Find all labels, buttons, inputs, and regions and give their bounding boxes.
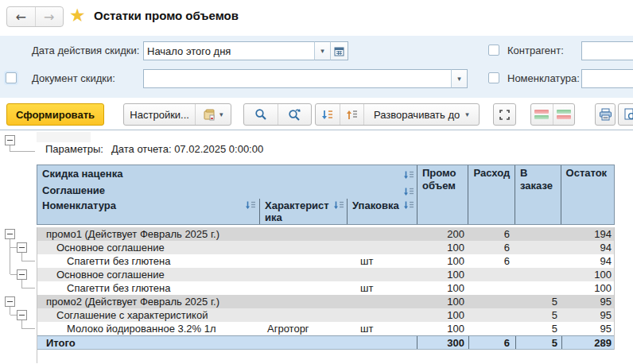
row-label: промо1 (Действует Февраль 2025 г.) bbox=[37, 227, 259, 241]
date-filter-label: Дата действия скидки: bbox=[32, 41, 139, 60]
parameters-value: Дата отчета: 07.02.2025 0:00:00 bbox=[111, 142, 263, 157]
search-next-icon bbox=[288, 108, 301, 121]
row-promo: 100 bbox=[417, 268, 468, 281]
row-promo: 300 bbox=[417, 336, 468, 349]
report-variant-icon bbox=[204, 109, 216, 121]
expand-groups-button[interactable] bbox=[340, 104, 363, 125]
header-characteristic-label: Характеристика bbox=[265, 199, 329, 223]
tree-line bbox=[21, 288, 35, 288]
document-filter-label: Документ скидки: bbox=[32, 69, 115, 88]
header-characteristic: Характеристика bbox=[259, 199, 347, 224]
tree-expander-report[interactable] bbox=[5, 135, 15, 145]
date-filter-input[interactable] bbox=[143, 41, 315, 60]
document-checkbox[interactable] bbox=[6, 72, 17, 83]
toolbar-separator bbox=[0, 130, 633, 130]
row-remainder: 100 bbox=[561, 281, 616, 295]
row-remainder: 94 bbox=[561, 241, 616, 254]
date-calendar-button[interactable] bbox=[330, 41, 348, 60]
row-characteristic bbox=[259, 336, 347, 349]
printer-icon bbox=[599, 108, 612, 121]
tree-expander-promo1[interactable] bbox=[5, 229, 15, 239]
row-remainder: 194 bbox=[561, 227, 616, 241]
row-characteristic: Агроторг bbox=[259, 322, 347, 335]
header-group2: Соглашение bbox=[37, 182, 417, 199]
tree-expander-promo2[interactable] bbox=[5, 296, 15, 307]
row-characteristic bbox=[259, 295, 347, 308]
report-row-group[interactable]: промо2 (Действует Февраль 2025 г.) 100 5… bbox=[37, 295, 614, 308]
row-package bbox=[347, 308, 417, 322]
header-nomenclature-label: Номенклатура bbox=[42, 199, 116, 211]
tree-expander-agreement3[interactable] bbox=[17, 310, 27, 320]
generate-button[interactable]: Сформировать bbox=[6, 103, 104, 126]
tree-line bbox=[10, 247, 17, 248]
expand-to-button[interactable]: Разворачивать до ▾ bbox=[363, 104, 479, 125]
tree-line bbox=[21, 261, 35, 261]
row-label: Основное соглашение bbox=[37, 241, 259, 254]
sort-icon[interactable] bbox=[333, 200, 344, 213]
nomenclature-label: Номенклатура: bbox=[507, 69, 580, 88]
print-button[interactable] bbox=[595, 103, 616, 126]
positive-green-button[interactable] bbox=[553, 104, 574, 125]
row-package bbox=[347, 336, 417, 349]
fullscreen-button[interactable] bbox=[493, 103, 516, 126]
search-next-button[interactable] bbox=[278, 104, 311, 125]
back-button[interactable]: ← bbox=[7, 7, 36, 26]
header-promo-volume: Промо объем bbox=[417, 165, 468, 224]
tree-expander-agreement1[interactable] bbox=[17, 242, 27, 253]
row-characteristic bbox=[259, 254, 347, 268]
search-button[interactable] bbox=[244, 104, 278, 125]
report-row-item[interactable]: Молоко йодированное 3.2% 1л Агроторг шт … bbox=[37, 322, 614, 335]
report-row-item[interactable]: Спагетти без глютена шт 100 6 94 bbox=[37, 254, 614, 268]
nomenclature-checkbox[interactable] bbox=[488, 72, 499, 83]
negative-red-button[interactable] bbox=[531, 104, 553, 125]
collapse-groups-button[interactable] bbox=[316, 104, 340, 125]
row-characteristic bbox=[259, 227, 347, 241]
forward-arrow-icon: → bbox=[44, 10, 54, 25]
settings-group: Настройки... ▾ bbox=[123, 103, 231, 126]
counterparty-input[interactable] bbox=[581, 41, 633, 60]
report-row-item[interactable]: Спагетти без глютена шт 100 100 bbox=[37, 281, 614, 295]
tree-line bbox=[10, 239, 10, 274]
row-remainder: 94 bbox=[561, 254, 616, 268]
red-green-bars-icon bbox=[534, 108, 549, 121]
chevron-down-icon: ▾ bbox=[219, 111, 223, 118]
nomenclature-input[interactable] bbox=[581, 69, 633, 88]
sort-icon[interactable] bbox=[403, 200, 414, 213]
document-dropdown-button[interactable]: ▾ bbox=[451, 69, 468, 88]
tree-line bbox=[21, 253, 22, 261]
row-package bbox=[347, 295, 417, 308]
report-row-group[interactable]: Основное соглашение 100 100 bbox=[37, 268, 614, 281]
report-row-group[interactable]: Соглашение с характеристикой 100 5 95 bbox=[37, 308, 614, 322]
row-expense: 6 bbox=[468, 241, 515, 254]
row-promo: 200 bbox=[417, 227, 468, 241]
header-remainder: Остаток bbox=[561, 165, 614, 224]
date-dropdown-button[interactable]: ▾ bbox=[314, 41, 331, 60]
document-filter-input[interactable] bbox=[143, 69, 452, 88]
row-expense bbox=[468, 308, 515, 322]
row-promo: 100 bbox=[417, 241, 468, 254]
favorite-star-icon[interactable]: ★ bbox=[69, 5, 86, 25]
report-row-group[interactable]: Основное соглашение 100 6 94 bbox=[37, 241, 614, 254]
row-expense: 6 bbox=[468, 227, 515, 241]
header-package-label: Упаковка bbox=[352, 199, 399, 211]
counterparty-label: Контрагент: bbox=[507, 41, 564, 60]
collapsed-cell bbox=[37, 132, 91, 142]
forward-button[interactable]: → bbox=[36, 7, 64, 26]
report-row-total[interactable]: Итого 300 6 5 289 bbox=[37, 335, 614, 350]
table-left-border bbox=[37, 350, 37, 363]
report-variants-button[interactable]: ▾ bbox=[195, 104, 231, 125]
tree-expander-agreement2[interactable] bbox=[17, 269, 27, 280]
print-preview-button[interactable] bbox=[618, 103, 633, 126]
row-in-order bbox=[515, 227, 561, 241]
row-label: промо2 (Действует Февраль 2025 г.) bbox=[37, 295, 259, 308]
settings-button[interactable]: Настройки... bbox=[124, 104, 195, 125]
row-remainder: 95 bbox=[561, 295, 616, 308]
sort-icon[interactable] bbox=[245, 200, 256, 213]
row-in-order bbox=[515, 254, 561, 268]
report-row-group[interactable]: промо1 (Действует Февраль 2025 г.) 200 6… bbox=[37, 227, 614, 241]
counterparty-checkbox[interactable] bbox=[488, 45, 499, 56]
header-nomenclature: Номенклатура bbox=[37, 199, 259, 224]
row-promo: 100 bbox=[417, 295, 468, 308]
row-promo: 100 bbox=[417, 281, 468, 295]
row-label: Спагетти без глютена bbox=[37, 281, 259, 295]
